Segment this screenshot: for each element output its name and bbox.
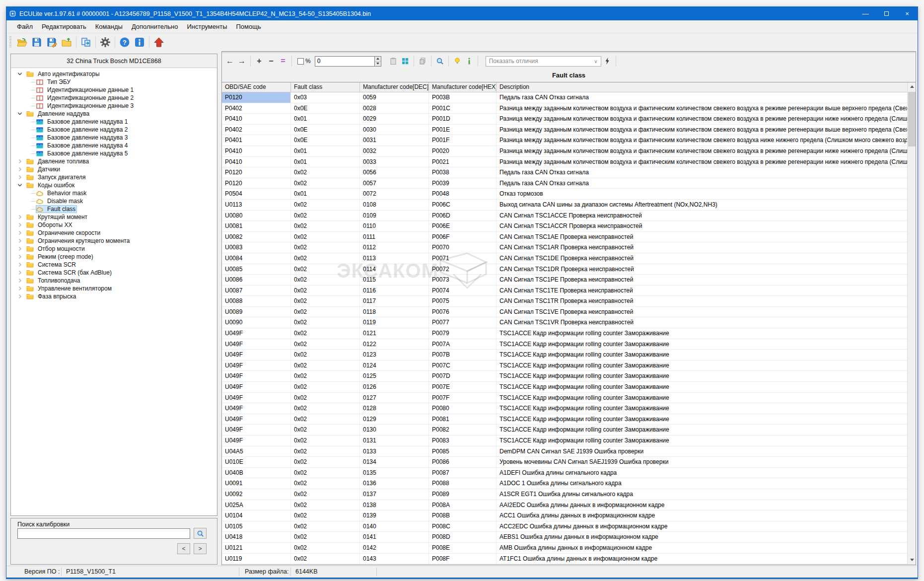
table-cell[interactable]: 0133 <box>360 446 429 457</box>
table-cell[interactable]: Разница между заданным количеством возду… <box>497 125 916 135</box>
table-cell[interactable]: 0137 <box>360 489 429 500</box>
table-cell[interactable]: AAI2EDC Ошибка длины данных в информацио… <box>497 500 916 510</box>
close-button[interactable]: × <box>897 7 918 20</box>
table-cell[interactable]: P006F <box>429 232 497 242</box>
table-cell[interactable]: 0x0E <box>291 125 360 135</box>
tree-group-крутящий-момент[interactable]: Крутящий момент <box>11 213 217 221</box>
table-cell[interactable]: 0115 <box>360 275 429 285</box>
table-cell[interactable]: A1DOC 1 Ошибка длины сигнального кадра <box>497 478 916 489</box>
chevron-right-icon[interactable] <box>17 215 22 219</box>
search-prev-button[interactable]: < <box>177 543 190 554</box>
table-cell[interactable]: P0504 <box>222 189 291 199</box>
tree-item-fault-class[interactable]: Fault class <box>11 205 217 213</box>
table-cell[interactable]: U0089 <box>222 307 291 317</box>
table-cell[interactable]: U0418 <box>222 532 291 542</box>
table-cell[interactable]: U0121 <box>222 543 291 553</box>
tree-group-ограничение-скорости[interactable]: Ограничение скорости <box>11 229 217 237</box>
chevron-right-icon[interactable] <box>17 286 22 291</box>
table-cell[interactable]: 0138 <box>360 500 429 510</box>
chevron-right-icon[interactable] <box>17 222 22 227</box>
table-cell[interactable]: Отказ тормозов <box>497 189 916 199</box>
table-cell[interactable]: 0032 <box>360 146 429 156</box>
table-cell[interactable]: CAN Сигнал TSC1AE Проверка неисправносте… <box>497 232 916 242</box>
tree-item-базовое-давление-наддува-5[interactable]: Базовое давление наддува 5 <box>11 149 217 157</box>
table-cell[interactable]: 0057 <box>360 178 429 189</box>
table-cell[interactable]: P0086 <box>429 457 497 467</box>
table-cell[interactable]: P0021 <box>429 157 497 167</box>
compare-files-button[interactable] <box>78 35 93 49</box>
chevron-right-icon[interactable] <box>17 278 22 283</box>
table-cell[interactable]: P008A <box>429 500 497 510</box>
table-cell[interactable]: P0402 <box>222 125 291 135</box>
table-cell[interactable]: U0088 <box>222 296 291 306</box>
tree-item-идентификационные-данные-2[interactable]: Идентификационные данные 2 <box>11 94 217 102</box>
column-header-1[interactable]: Fault class <box>291 82 360 92</box>
table-cell[interactable]: U049F <box>222 393 291 403</box>
tree-group-управление-вентилятором[interactable]: Управление вентилятором <box>11 285 217 292</box>
table-cell[interactable]: P006C <box>429 200 497 210</box>
tree-group-датчики[interactable]: Датчики <box>11 165 217 173</box>
column-header-4[interactable]: Description <box>497 82 916 92</box>
table-cell[interactable]: U0082 <box>222 232 291 242</box>
column-header-3[interactable]: Manufacturer code[HEX] <box>429 82 497 92</box>
chevron-right-icon[interactable] <box>17 159 22 164</box>
spin-up[interactable] <box>375 57 381 61</box>
table-cell[interactable]: 0142 <box>360 543 429 553</box>
chevron-right-icon[interactable] <box>17 254 22 259</box>
table-cell[interactable]: U049F <box>222 403 291 414</box>
paste-button[interactable] <box>388 55 399 67</box>
table-cell[interactable]: CAN Сигнал TSC1DR Проверка неисправносте… <box>497 264 916 275</box>
table-cell[interactable]: 0059 <box>360 92 429 103</box>
menu-item-0[interactable]: Файл <box>12 21 37 32</box>
table-cell[interactable]: 0029 <box>360 114 429 124</box>
table-cell[interactable]: 0x02 <box>291 264 360 275</box>
table-cell[interactable]: P0401 <box>222 135 291 145</box>
chevron-right-icon[interactable] <box>17 238 22 243</box>
toolbar-grip[interactable] <box>9 36 11 48</box>
table-cell[interactable]: U040B <box>222 468 291 478</box>
table-cell[interactable]: TSC1ACCE Кадр информации rolling counter… <box>497 328 916 339</box>
table-cell[interactable]: P0048 <box>429 189 497 199</box>
table-cell[interactable]: 0108 <box>360 200 429 210</box>
table-cell[interactable]: P0074 <box>429 286 497 296</box>
table-cell[interactable]: 0125 <box>360 371 429 381</box>
tree-item-базовое-давление-наддува-1[interactable]: Базовое давление наддува 1 <box>11 118 217 126</box>
set-equal-button[interactable]: = <box>278 55 288 67</box>
table-cell[interactable]: 0134 <box>360 457 429 467</box>
table-cell[interactable]: 0072 <box>360 189 429 199</box>
table-cell[interactable]: P006E <box>429 221 497 231</box>
table-cell[interactable]: 0113 <box>360 253 429 264</box>
maximize-button[interactable] <box>876 7 897 20</box>
table-cell[interactable]: 0128 <box>360 403 429 414</box>
column-header-2[interactable]: Manufacturer code[DEC] <box>360 82 429 92</box>
table-cell[interactable]: 0123 <box>360 350 429 360</box>
table-cell[interactable]: P001E <box>429 125 497 135</box>
table-cell[interactable]: P0038 <box>429 167 497 178</box>
table-cell[interactable]: U049F <box>222 361 291 371</box>
chevron-right-icon[interactable] <box>17 270 22 275</box>
table-cell[interactable]: 0x02 <box>291 242 360 253</box>
tree-item-disable-mask[interactable]: Disable mask <box>11 197 217 205</box>
table-cell[interactable]: U0087 <box>222 286 291 296</box>
table-cell[interactable]: A1SCR EGT1 Ошибка длины сигнального кадр… <box>497 489 916 500</box>
table-cell[interactable]: P008F <box>429 554 497 564</box>
table-cell[interactable]: 0x02 <box>291 371 360 381</box>
table-cell[interactable]: 0x02 <box>291 478 360 489</box>
table-cell[interactable]: 0135 <box>360 468 429 478</box>
table-cell[interactable]: P0077 <box>429 317 497 328</box>
tree-group-топливоподача[interactable]: Топливоподача <box>11 277 217 285</box>
table-cell[interactable]: P0089 <box>429 489 497 500</box>
table-cell[interactable]: 0127 <box>360 393 429 403</box>
tree-group-ограничения-крутящего-момента[interactable]: Ограничения крутящего момента <box>11 237 217 245</box>
table-cell[interactable]: P003B <box>429 92 497 103</box>
table-cell[interactable]: U0081 <box>222 221 291 231</box>
table-cell[interactable]: U049F <box>222 350 291 360</box>
copy-button[interactable] <box>417 55 428 67</box>
percent-checkbox[interactable] <box>297 58 304 65</box>
tree-group-запуск-двигателя[interactable]: Запуск двигателя <box>11 173 217 181</box>
hint-button[interactable] <box>452 55 463 67</box>
table-cell[interactable]: 0118 <box>360 307 429 317</box>
table-cell[interactable]: P0120 <box>222 178 291 189</box>
table-cell[interactable]: P001F <box>429 135 497 145</box>
table-cell[interactable]: P0085 <box>429 446 497 457</box>
